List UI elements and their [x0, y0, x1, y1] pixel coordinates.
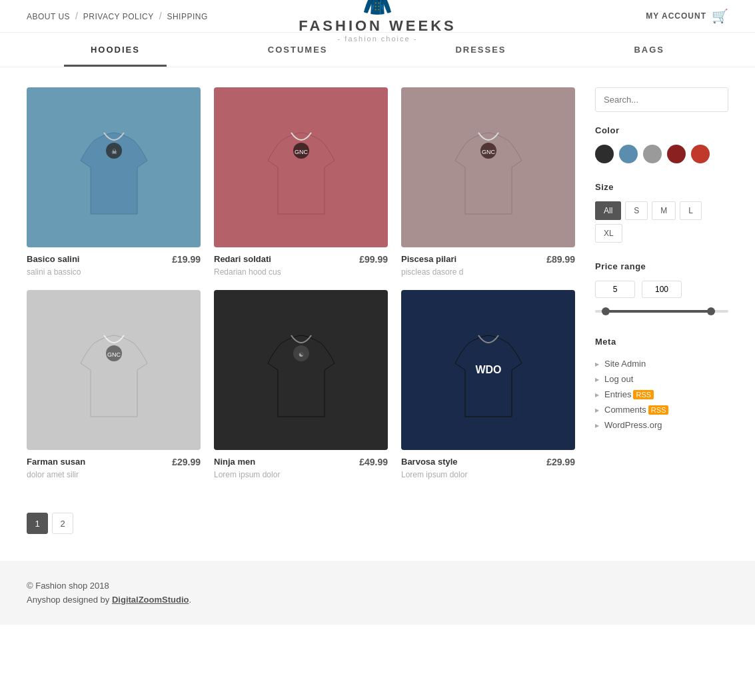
search-button[interactable]: 🔍	[724, 88, 728, 111]
log-out-link[interactable]: Log out	[604, 374, 633, 384]
product-info-3: Piscesa pilari £89.99	[401, 254, 575, 265]
search-box: 🔍	[595, 87, 728, 112]
top-bar: ABOUT US / PRIVACY POLICY / SHIPPING 🧥 F…	[0, 0, 755, 33]
product-name-6: Barvosa style	[401, 457, 458, 467]
footer: © Fashion shop 2018 Anyshop designed by …	[0, 561, 755, 625]
price-filter: Price range	[595, 261, 728, 318]
product-card-2: GNC Redari soldati £99.99 Redarian hood …	[214, 87, 388, 277]
price-label: Price range	[595, 261, 728, 271]
swatch-dark-red[interactable]	[667, 145, 686, 163]
nav-costumes[interactable]: COSTUMES	[241, 33, 355, 67]
wordpress-link[interactable]: WordPress.org	[604, 420, 662, 430]
entries-link[interactable]: Entries	[604, 389, 631, 399]
size-all[interactable]: All	[595, 201, 621, 220]
product-image-2[interactable]: GNC	[214, 87, 388, 247]
product-price-1: £19.99	[172, 254, 201, 265]
search-input[interactable]	[596, 88, 724, 111]
size-l[interactable]: L	[680, 201, 702, 220]
nav-dresses[interactable]: DRESSES	[428, 33, 532, 67]
product-name-4: Farman susan	[27, 457, 85, 467]
product-price-4: £29.99	[172, 457, 201, 467]
about-us-link[interactable]: ABOUT US	[27, 12, 70, 21]
size-xl[interactable]: XL	[595, 224, 622, 243]
product-price-6: £29.99	[546, 457, 575, 467]
nav-bags[interactable]: BAGS	[607, 33, 691, 67]
entries-rss-badge: RSS	[633, 390, 654, 399]
my-account-link[interactable]: MY ACCOUNT	[646, 11, 706, 21]
top-bar-right: MY ACCOUNT 🛒	[646, 8, 728, 24]
sep1: /	[75, 11, 78, 21]
product-desc-3: piscleas dasore d	[401, 267, 575, 277]
product-image-1[interactable]: ☠	[27, 87, 201, 247]
product-name-2: Redari soldati	[214, 254, 271, 264]
top-nav-links: ABOUT US / PRIVACY POLICY / SHIPPING	[27, 11, 208, 21]
footer-credit-text: Anyshop designed by	[27, 595, 112, 605]
nav-hoodies[interactable]: HOODIES	[64, 33, 167, 67]
product-info-6: Barvosa style £29.99	[401, 457, 575, 467]
cart-icon[interactable]: 🛒	[712, 8, 728, 24]
swatch-blue[interactable]	[619, 145, 638, 163]
page-2-button[interactable]: 2	[52, 513, 73, 534]
meta-wordpress: WordPress.org	[595, 417, 728, 433]
svg-text:GNC: GNC	[295, 149, 309, 155]
swatch-black[interactable]	[595, 145, 614, 163]
color-filter: Color	[595, 125, 728, 163]
color-label: Color	[595, 125, 728, 135]
size-s[interactable]: S	[625, 201, 648, 220]
footer-credit: Anyshop designed by DigitalZoomStudio.	[27, 595, 728, 605]
product-image-3[interactable]: GNC	[401, 87, 575, 247]
meta-label: Meta	[595, 337, 728, 347]
product-info-4: Farman susan £29.99	[27, 457, 201, 467]
svg-text:WDO: WDO	[475, 364, 501, 375]
svg-text:GNC: GNC	[482, 149, 496, 155]
product-image-5[interactable]: ☯	[214, 290, 388, 450]
product-desc-6: Lorem ipsum dolor	[401, 470, 575, 479]
slider-thumb-left[interactable]	[602, 307, 610, 315]
swatch-red[interactable]	[691, 145, 710, 163]
product-name-1: Basico salini	[27, 254, 79, 264]
price-inputs	[595, 281, 728, 298]
size-filter: Size All S M L XL	[595, 182, 728, 243]
privacy-policy-link[interactable]: PRIVACY POLICY	[83, 12, 154, 21]
meta-section: Meta Site Admin Log out EntriesRSS Comme…	[595, 337, 728, 433]
sep2: /	[159, 11, 162, 21]
product-info-1: Basico salini £19.99	[27, 254, 201, 265]
product-price-2: £99.99	[359, 254, 388, 265]
product-image-6[interactable]: WDO	[401, 290, 575, 450]
comments-link[interactable]: Comments	[604, 405, 646, 415]
product-card-6: WDO Barvosa style £29.99 Lorem ipsum dol…	[401, 290, 575, 479]
price-min-input[interactable]	[595, 281, 635, 298]
product-info-5: Ninja men £49.99	[214, 457, 388, 467]
product-desc-2: Redarian hood cus	[214, 267, 388, 277]
product-name-5: Ninja men	[214, 457, 255, 467]
swatch-gray[interactable]	[643, 145, 662, 163]
product-image-4[interactable]: GNC	[27, 290, 201, 450]
product-name-3: Piscesa pilari	[401, 254, 456, 264]
slider-fill	[602, 310, 715, 313]
sidebar: 🔍 Color Size All S M L XL	[595, 87, 728, 479]
site-admin-link[interactable]: Site Admin	[604, 359, 646, 369]
svg-text:☠: ☠	[111, 148, 117, 155]
footer-credit-link[interactable]: DigitalZoomStudio	[112, 595, 189, 605]
product-card-1: ☠ Basico salini £19.99 salini a bassico	[27, 87, 201, 277]
product-desc-5: Lorem ipsum dolor	[214, 470, 388, 479]
product-info-2: Redari soldati £99.99	[214, 254, 388, 265]
meta-comments: CommentsRSS	[595, 402, 728, 417]
size-label: Size	[595, 182, 728, 192]
meta-log-out: Log out	[595, 371, 728, 387]
shipping-link[interactable]: SHIPPING	[167, 12, 207, 21]
footer-credit-suffix: .	[189, 595, 191, 605]
svg-text:☯: ☯	[299, 351, 304, 358]
logo-icon: 🧥	[363, 0, 392, 17]
size-m[interactable]: M	[652, 201, 676, 220]
product-desc-4: dolor amet silir	[27, 470, 201, 479]
product-grid: ☠ Basico salini £19.99 salini a bassico …	[27, 87, 575, 479]
page-1-button[interactable]: 1	[27, 513, 48, 534]
pagination-wrapper: 1 2	[0, 513, 755, 547]
product-card-5: ☯ Ninja men £49.99 Lorem ipsum dolor	[214, 290, 388, 479]
pagination: 1 2	[27, 513, 728, 534]
product-price-5: £49.99	[359, 457, 388, 467]
price-max-input[interactable]	[642, 281, 682, 298]
price-slider	[595, 305, 728, 318]
slider-thumb-right[interactable]	[707, 307, 715, 315]
